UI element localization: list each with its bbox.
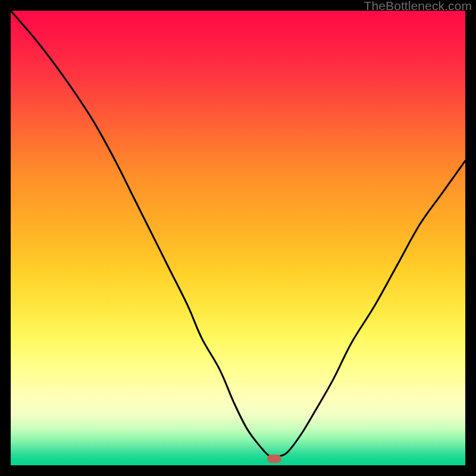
watermark-text: TheBottleneck.com <box>364 0 472 13</box>
chart-line-series <box>11 11 465 465</box>
chart-frame: TheBottleneck.com <box>0 0 476 476</box>
chart-minimum-marker <box>267 455 281 463</box>
chart-plot-area <box>11 11 465 465</box>
